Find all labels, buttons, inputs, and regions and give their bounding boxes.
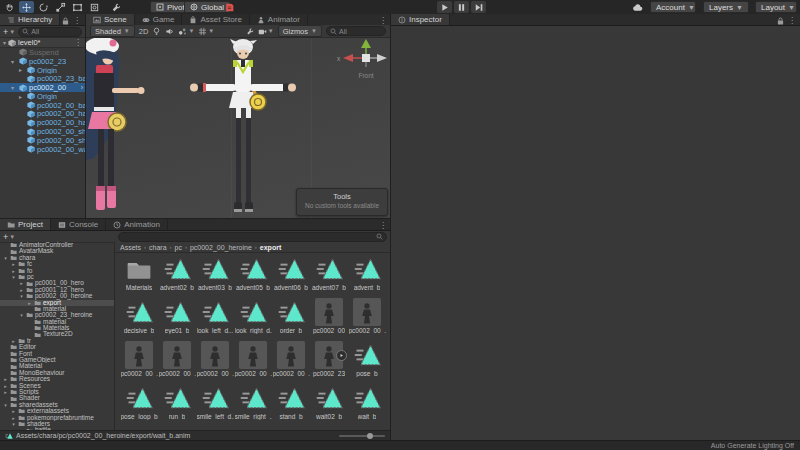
asset-item[interactable]: pc0002_23 (310, 339, 348, 382)
breadcrumb-item[interactable]: Assets (120, 244, 141, 251)
hierarchy-item[interactable]: ▸Origin (0, 92, 85, 101)
tab-animator[interactable]: Animator (250, 14, 308, 25)
collab-history-icon[interactable] (222, 1, 237, 13)
scale-tool-icon[interactable] (53, 1, 68, 13)
move-tool-icon[interactable] (19, 1, 34, 13)
step-button[interactable] (471, 1, 486, 13)
hierarchy-item[interactable]: pc0002_00_hair2S (0, 118, 85, 127)
hierarchy-search-input[interactable]: All (18, 27, 82, 37)
hierarchy-item[interactable]: pc0002_00_watch (0, 145, 85, 154)
asset-item[interactable]: advent07_b (310, 253, 348, 296)
custom-tool-icon[interactable] (108, 1, 123, 13)
transform-tool-icon[interactable] (87, 1, 102, 13)
lock-icon[interactable] (62, 17, 69, 25)
tab-asset-store[interactable]: Asset Store (182, 14, 249, 25)
hierarchy-item[interactable]: ▸Origin (0, 66, 85, 75)
tab-project[interactable]: Project (0, 219, 51, 230)
expander-icon[interactable]: ▾ (19, 312, 24, 318)
asset-item[interactable]: pc0002_00 (310, 296, 348, 339)
breadcrumb-item[interactable]: export (260, 244, 281, 251)
cloud-collab-icon[interactable] (630, 1, 645, 13)
tab-inspector[interactable]: Inspector (391, 14, 450, 25)
lighting-toggle-icon[interactable] (152, 27, 161, 36)
expander-icon[interactable]: ▸ (3, 389, 8, 395)
asset-item[interactable]: pc0002_00_... (158, 339, 196, 382)
hierarchy-item[interactable]: ▾pc0002_23 (0, 57, 85, 66)
panel-menu-icon[interactable]: ⋮ (73, 16, 81, 25)
asset-item[interactable]: pc0002_00_... (234, 339, 272, 382)
breadcrumb-item[interactable]: pc0002_00_heroine (190, 244, 252, 251)
expander-icon[interactable]: ▾ (3, 39, 6, 46)
effects-toggle-dropdown[interactable]: ▼ (178, 27, 194, 36)
character-model-pc0002-00[interactable] (190, 39, 296, 212)
asset-item[interactable]: look_right_d... (234, 296, 272, 339)
expander-icon[interactable]: ▾ (11, 421, 16, 427)
project-search-input[interactable] (118, 232, 387, 242)
expander-icon[interactable]: ▾ (19, 293, 24, 299)
tab-animation[interactable]: Animation (106, 219, 168, 230)
asset-item[interactable]: run_b (158, 382, 196, 425)
asset-item[interactable]: Materials (120, 253, 158, 296)
tab-console[interactable]: Console (51, 219, 106, 230)
expander-icon[interactable]: ▾ (11, 58, 17, 65)
create-dropdown[interactable]: +▼ (3, 27, 15, 37)
expander-icon[interactable]: ▸ (19, 93, 25, 100)
breadcrumb-item[interactable]: chara (149, 244, 167, 251)
create-dropdown[interactable]: +▼ (3, 232, 15, 242)
expander-icon[interactable]: ▾ (11, 84, 17, 91)
asset-item[interactable]: pc0002_00_... (120, 339, 158, 382)
asset-item[interactable]: pc0002_00_... (196, 339, 234, 382)
breadcrumb-item[interactable]: pc (175, 244, 182, 251)
hierarchy-item[interactable]: pc0002_23_baseS (0, 74, 85, 83)
panel-menu-icon[interactable]: ⋮ (379, 16, 390, 25)
asset-item[interactable]: pose_b (348, 339, 386, 382)
rotate-tool-icon[interactable] (36, 1, 51, 13)
gizmos-dropdown[interactable]: Gizmos▼ (278, 25, 322, 37)
audio-toggle-icon[interactable] (165, 27, 174, 36)
hierarchy-item[interactable]: ▾pc0002_00› (0, 83, 85, 92)
tab-scene[interactable]: Scene (86, 14, 135, 25)
hand-tool-icon[interactable] (2, 1, 17, 13)
asset-item[interactable]: advent_b (348, 253, 386, 296)
lock-icon[interactable] (777, 17, 784, 25)
asset-item[interactable]: wait_b (348, 382, 386, 425)
asset-item[interactable]: advent05_b (234, 253, 272, 296)
expander-icon[interactable]: ▸ (11, 338, 16, 344)
hierarchy-item[interactable]: pc0002_00_shoes2 (0, 136, 85, 145)
scene-viewport[interactable]: x Front Tools No custom tools available (86, 38, 390, 218)
asset-item[interactable]: look_left_d... (196, 296, 234, 339)
auto-generate-lighting-status[interactable]: Auto Generate Lighting Off (711, 442, 794, 449)
hierarchy-item[interactable]: pc0002_00_shoes1 (0, 127, 85, 136)
expander-icon[interactable]: ▸ (27, 300, 32, 306)
scene-header-row[interactable]: ▾ level0* ⋮ (0, 38, 85, 48)
asset-item[interactable]: pc0002_00_... (272, 339, 310, 382)
tab-game[interactable]: Game (135, 14, 183, 25)
layers-dropdown[interactable]: Layers▼ (703, 1, 749, 13)
play-button[interactable] (437, 1, 452, 13)
rect-tool-icon[interactable] (70, 1, 85, 13)
asset-item[interactable]: eye01_b (158, 296, 196, 339)
panel-menu-icon[interactable]: ⋮ (788, 16, 796, 25)
asset-item[interactable]: smile_left_d... (196, 382, 234, 425)
character-model-pc0002-23[interactable] (86, 38, 145, 210)
asset-item[interactable]: advent02_b (158, 253, 196, 296)
asset-item[interactable]: wait02_b (310, 382, 348, 425)
asset-item[interactable]: order_b (272, 296, 310, 339)
account-dropdown[interactable]: Account▼ (650, 1, 696, 13)
asset-item[interactable]: advent06_b (272, 253, 310, 296)
2d-toggle-button[interactable]: 2D (139, 27, 149, 36)
draw-mode-dropdown[interactable]: Shaded▼ (90, 25, 135, 37)
scene-orientation-gizmo[interactable]: x Front (337, 39, 387, 79)
asset-item[interactable]: stand_b (272, 382, 310, 425)
asset-item[interactable]: pc0002_00_... (348, 296, 386, 339)
hierarchy-item[interactable]: Suspend (0, 48, 85, 57)
play-overlay-icon[interactable] (336, 350, 347, 361)
pause-button[interactable] (454, 1, 469, 13)
hierarchy-item[interactable]: pc0002_00_baseS (0, 101, 85, 110)
expander-icon[interactable]: ▸ (19, 66, 25, 73)
asset-item[interactable]: decisive_b (120, 296, 158, 339)
asset-scale-slider[interactable] (339, 435, 385, 437)
camera-settings-dropdown[interactable]: ▼ (258, 27, 274, 36)
scene-search-input[interactable]: All (326, 26, 386, 36)
scene-tools-icon[interactable] (245, 27, 254, 36)
